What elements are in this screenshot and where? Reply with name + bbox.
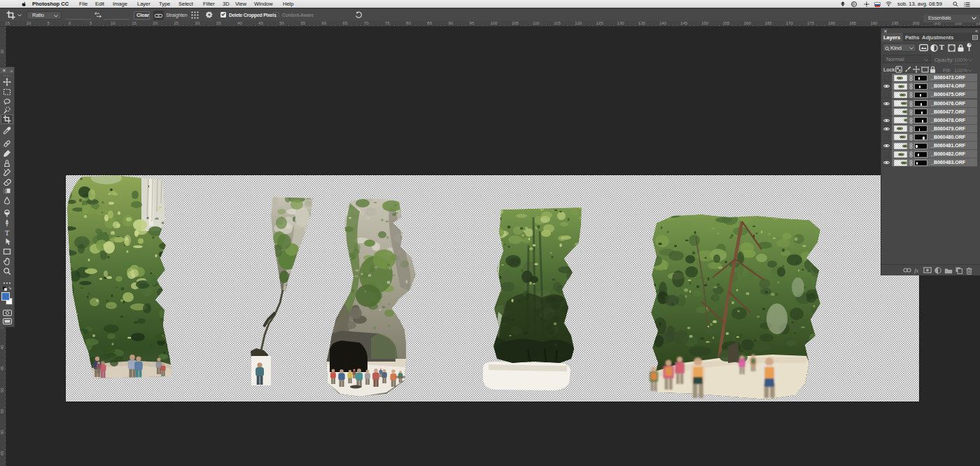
svg-text:T: T — [5, 228, 10, 237]
